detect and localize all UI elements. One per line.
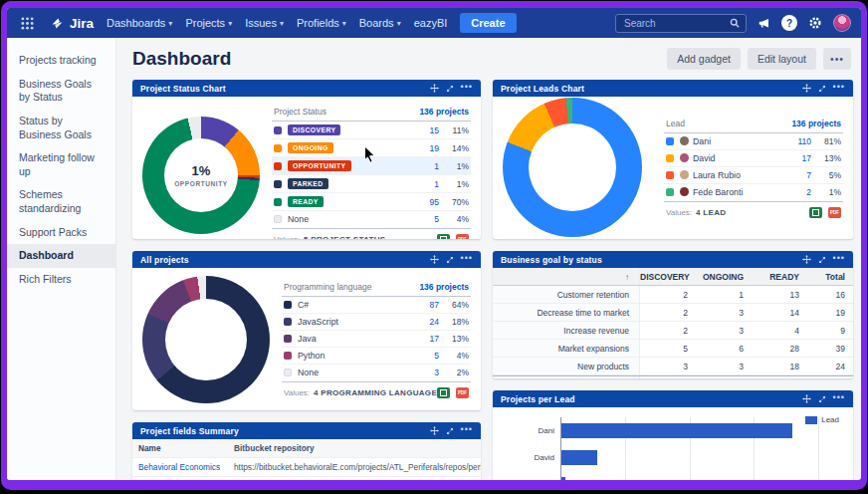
gadget-menu-icon[interactable]: ••• — [461, 83, 473, 92]
nav-boards[interactable]: Boards▾ — [359, 17, 401, 29]
move-gadget-icon[interactable] — [430, 255, 439, 264]
maximize-gadget-icon[interactable] — [818, 395, 826, 403]
project-link[interactable]: Behavioral Economics — [132, 458, 232, 476]
legend-row[interactable]: Python 5 4% — [282, 348, 471, 365]
edit-layout-button[interactable]: Edit layout — [748, 48, 816, 70]
move-gadget-icon[interactable] — [430, 426, 439, 435]
legend-row[interactable]: Fede Baronti 2 1% — [664, 184, 843, 200]
nav-eazybi[interactable]: eazyBI — [414, 17, 448, 29]
megaphone-icon[interactable] — [758, 17, 770, 30]
legend-color-swatch[interactable] — [666, 171, 674, 179]
pdf-export-icon[interactable]: PDF — [456, 387, 469, 398]
search-icon[interactable] — [730, 18, 740, 28]
sidebar-item-status-by-business-goals[interactable]: Status by Business Goals — [7, 110, 115, 146]
legend-color-swatch[interactable] — [284, 352, 292, 360]
user-avatar[interactable] — [833, 14, 851, 32]
legend-color-swatch[interactable] — [274, 180, 282, 188]
nav-projects[interactable]: Projects▾ — [185, 17, 232, 29]
legend-row[interactable]: ONGOING 19 14% — [272, 139, 471, 157]
more-options-button[interactable]: ••• — [823, 48, 851, 70]
legend-color-swatch[interactable] — [274, 126, 282, 134]
nav-profields[interactable]: Profields▾ — [297, 17, 346, 29]
values-summary[interactable]: 4 PROGRAMMING LANGUAGE — [314, 388, 437, 397]
column-header[interactable]: DISCOVERY — [640, 268, 696, 285]
gadget-menu-icon[interactable]: ••• — [461, 425, 473, 434]
legend-row[interactable]: None 5 4% — [272, 211, 471, 227]
legend-total[interactable]: 136 projects — [791, 119, 841, 128]
legend-color-swatch[interactable] — [284, 318, 292, 326]
maximize-gadget-icon[interactable] — [818, 85, 826, 93]
legend-total[interactable]: 136 projects — [419, 282, 469, 292]
sidebar-item-marketing-follow-up[interactable]: Marketing follow up — [7, 146, 115, 183]
legend-row[interactable]: David 17 13% — [664, 150, 843, 167]
legend-row[interactable]: C# 87 64% — [282, 297, 471, 314]
move-gadget-icon[interactable] — [802, 84, 811, 93]
legend-color-swatch[interactable] — [284, 301, 292, 309]
gadget-menu-icon[interactable]: ••• — [461, 254, 473, 263]
move-gadget-icon[interactable] — [802, 255, 811, 264]
app-switcher-icon[interactable] — [17, 13, 37, 33]
column-header[interactable]: READY — [752, 268, 807, 285]
legend-total[interactable]: 136 projects — [419, 107, 469, 117]
legend-row-hovered[interactable]: OPPORTUNITY 1 1% — [272, 157, 471, 175]
gadget-menu-icon[interactable]: ••• — [833, 393, 845, 402]
gadget-menu-icon[interactable]: ••• — [833, 83, 845, 92]
legend-color-swatch[interactable] — [666, 137, 674, 145]
legend-color-swatch[interactable] — [274, 162, 282, 170]
programming-language-donut-chart[interactable] — [142, 276, 270, 403]
jira-home-link[interactable]: Jira — [50, 16, 94, 31]
move-gadget-icon[interactable] — [430, 84, 439, 93]
sort-ascending-icon[interactable]: ↑ — [625, 273, 629, 282]
sidebar-item-rich-filters[interactable]: Rich Filters — [7, 268, 115, 292]
sidebar-item-schemes-standardizing[interactable]: Schemes standardizing — [7, 183, 115, 220]
nav-issues[interactable]: Issues▾ — [245, 17, 284, 29]
gadget-header[interactable]: All projects ••• — [132, 251, 481, 268]
sidebar-item-projects-tracking[interactable]: Projects tracking — [7, 49, 115, 73]
values-summary[interactable]: 4 LEAD — [696, 208, 726, 217]
legend-color-swatch[interactable] — [666, 154, 674, 162]
project-status-donut-chart[interactable]: 1% OPPORTUNITY — [142, 117, 260, 234]
move-gadget-icon[interactable] — [802, 394, 811, 403]
legend-color-swatch[interactable] — [274, 215, 282, 223]
excel-export-icon[interactable] — [437, 234, 450, 239]
search-input[interactable] — [622, 17, 722, 30]
gadget-header[interactable]: Business goal by status ••• — [493, 251, 853, 268]
legend-row[interactable]: Dani 110 81% — [664, 133, 843, 150]
sidebar-item-business-goals-by-status[interactable]: Business Goals by Status — [7, 73, 115, 110]
gadget-header[interactable]: Project Leads Chart ••• — [493, 80, 853, 97]
create-button[interactable]: Create — [460, 13, 516, 33]
values-summary[interactable]: 5 PROJECT STATUS — [304, 235, 385, 239]
legend-row[interactable]: None 3 2% — [282, 365, 471, 380]
gadget-header[interactable]: Project fields Summary ••• — [132, 422, 481, 439]
pdf-export-icon[interactable]: PDF — [456, 234, 469, 239]
bar-dani[interactable] — [561, 423, 792, 438]
settings-gear-icon[interactable] — [808, 16, 822, 30]
legend-color-swatch[interactable] — [666, 188, 674, 196]
maximize-gadget-icon[interactable] — [446, 85, 454, 93]
help-icon[interactable]: ? — [781, 15, 797, 31]
add-gadget-button[interactable]: Add gadget — [667, 48, 741, 70]
bar-david[interactable] — [561, 450, 597, 465]
pdf-export-icon[interactable]: PDF — [828, 207, 841, 218]
legend-row[interactable]: Java 17 13% — [282, 331, 471, 348]
legend-row[interactable]: READY 95 70% — [272, 193, 471, 211]
column-header[interactable]: Total — [807, 268, 853, 285]
legend-row[interactable]: Laura Rubio 7 5% — [664, 167, 843, 184]
maximize-gadget-icon[interactable] — [446, 256, 454, 264]
project-link[interactable]: Big data — [132, 477, 232, 480]
maximize-gadget-icon[interactable] — [446, 427, 454, 435]
sidebar-item-dashboard[interactable]: Dashboard — [7, 244, 115, 268]
bar-fede-baronti[interactable] — [561, 477, 565, 480]
legend-color-swatch[interactable] — [284, 335, 292, 343]
legend-color-swatch[interactable] — [274, 144, 282, 152]
legend-row[interactable]: JavaScript 24 18% — [282, 314, 471, 331]
nav-dashboards[interactable]: Dashboards▾ — [107, 17, 172, 29]
chart-legend[interactable]: Lead — [805, 415, 839, 424]
column-header[interactable]: ONGOING — [696, 268, 752, 285]
legend-row[interactable]: DISCOVERY 15 11% — [272, 122, 471, 139]
gadget-menu-icon[interactable]: ••• — [833, 254, 845, 263]
gadget-header[interactable]: Projects per Lead ••• — [493, 390, 853, 407]
excel-export-icon[interactable] — [809, 207, 822, 218]
maximize-gadget-icon[interactable] — [818, 256, 826, 264]
legend-color-swatch[interactable] — [274, 198, 282, 206]
